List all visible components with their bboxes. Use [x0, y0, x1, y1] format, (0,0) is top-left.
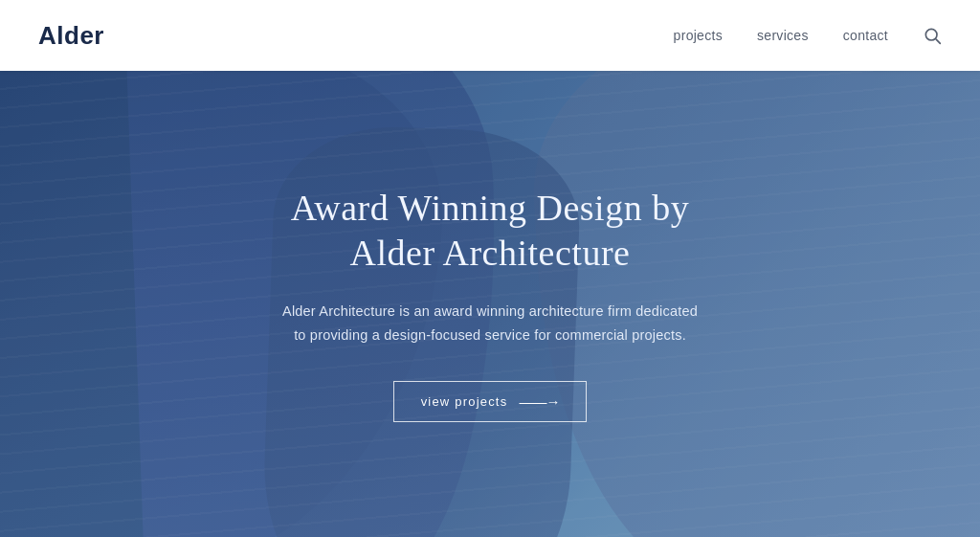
view-projects-button[interactable]: view projects ——→ — [393, 381, 588, 422]
search-icon[interactable] — [923, 26, 942, 45]
svg-line-1 — [936, 39, 940, 43]
svg-point-0 — [925, 29, 937, 40]
hero-content: Award Winning Design byAlder Architectur… — [263, 186, 717, 422]
main-nav: projects services contact — [674, 26, 942, 45]
site-logo[interactable]: Alder — [38, 21, 104, 51]
nav-contact[interactable]: contact — [843, 28, 888, 43]
hero-title: Award Winning Design byAlder Architectur… — [282, 186, 698, 277]
cta-label: view projects — [421, 394, 508, 409]
nav-projects[interactable]: projects — [674, 28, 723, 43]
site-header: Alder projects services contact — [0, 0, 980, 71]
nav-services[interactable]: services — [757, 28, 809, 43]
cta-arrow-icon: ——→ — [519, 393, 559, 410]
hero-subtitle: Alder Architecture is an award winning a… — [282, 300, 698, 347]
hero-section: Award Winning Design byAlder Architectur… — [0, 71, 980, 537]
